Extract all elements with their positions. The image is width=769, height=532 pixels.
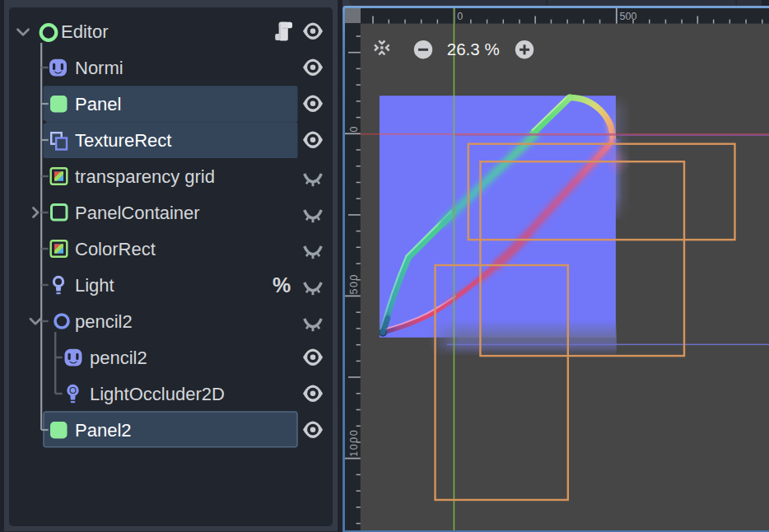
svg-text:500: 500 — [348, 273, 360, 294]
svg-text:0: 0 — [457, 10, 463, 21]
svg-text:%: % — [273, 273, 291, 296]
svg-text:1000: 1000 — [348, 428, 360, 456]
svg-text:0: 0 — [348, 126, 360, 132]
svg-text:26.3 %: 26.3 % — [447, 40, 500, 58]
svg-text:500: 500 — [620, 10, 637, 21]
